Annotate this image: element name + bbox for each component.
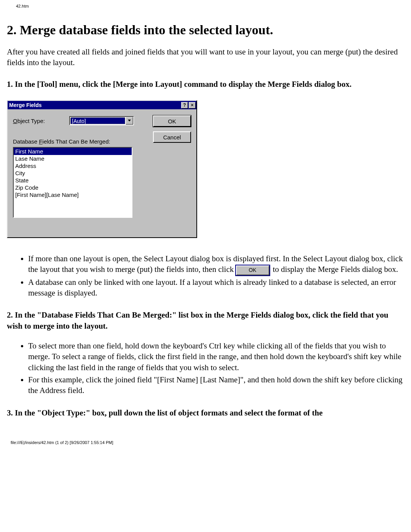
ok-button[interactable]: OK bbox=[153, 115, 191, 127]
section-title: 2. Merge database fields into the select… bbox=[7, 23, 404, 37]
step-1-heading: 1. In the [Tool] menu, click the [Merge … bbox=[7, 79, 404, 89]
step-1-bullet-2: A database can only be linked with one l… bbox=[28, 277, 404, 299]
object-type-label: Object Type: bbox=[13, 118, 69, 124]
list-item[interactable]: [First Name][Lase Name] bbox=[14, 191, 132, 198]
list-item[interactable]: Zip Code bbox=[14, 184, 132, 191]
page-header: 42.htm bbox=[0, 0, 411, 8]
list-item[interactable]: City bbox=[14, 169, 132, 177]
fields-listbox[interactable]: First Name Lase Name Address City State … bbox=[13, 147, 132, 218]
help-icon[interactable]: ? bbox=[181, 102, 188, 109]
step-2-bullets: To select more than one field, hold down… bbox=[7, 340, 404, 396]
inline-ok-button[interactable]: OK bbox=[236, 265, 269, 275]
close-icon[interactable]: × bbox=[189, 102, 196, 109]
dialog-titlebar[interactable]: Merge Fields ? × bbox=[8, 101, 196, 109]
page-footer-text: file:///E|/insiders/42.htm (1 of 2) [9/2… bbox=[11, 440, 113, 445]
object-type-value: [Auto] bbox=[70, 117, 125, 124]
step-3-heading: 3. In the "Object Type:" box, pull down … bbox=[7, 407, 404, 418]
dialog-title: Merge Fields bbox=[9, 102, 180, 108]
list-item[interactable]: State bbox=[14, 177, 132, 184]
dialog-button-column: OK Cancel bbox=[153, 115, 191, 143]
page-header-filename: 42.htm bbox=[16, 4, 29, 8]
dialog-body: Object Type: [Auto] OK Cancel Database F… bbox=[8, 109, 196, 237]
merge-fields-dialog: Merge Fields ? × Object Type: [Auto] OK … bbox=[7, 100, 197, 238]
list-item[interactable]: Lase Name bbox=[14, 155, 132, 162]
step-1-bullet-1: If more than one layout is open, the Sel… bbox=[28, 253, 404, 275]
page-footer: file:///E|/insiders/42.htm (1 of 2) [9/2… bbox=[0, 429, 411, 452]
chevron-down-icon[interactable] bbox=[126, 117, 133, 125]
step-2-bullet-2: For this example, click the joined field… bbox=[28, 374, 404, 396]
svg-marker-0 bbox=[128, 120, 131, 121]
object-type-combo[interactable]: [Auto] bbox=[69, 116, 134, 125]
cancel-button[interactable]: Cancel bbox=[153, 131, 191, 143]
list-item[interactable]: Address bbox=[14, 162, 132, 169]
page-content: 2. Merge database fields into the select… bbox=[0, 8, 411, 418]
step-1-bullets: If more than one layout is open, the Sel… bbox=[7, 253, 404, 298]
step-2-heading: 2. In the "Database Fields That Can Be M… bbox=[7, 310, 404, 331]
list-item[interactable]: First Name bbox=[14, 148, 132, 155]
intro-paragraph: After you have created all fields and jo… bbox=[7, 46, 404, 68]
step-2-bullet-1: To select more than one field, hold down… bbox=[28, 340, 404, 373]
